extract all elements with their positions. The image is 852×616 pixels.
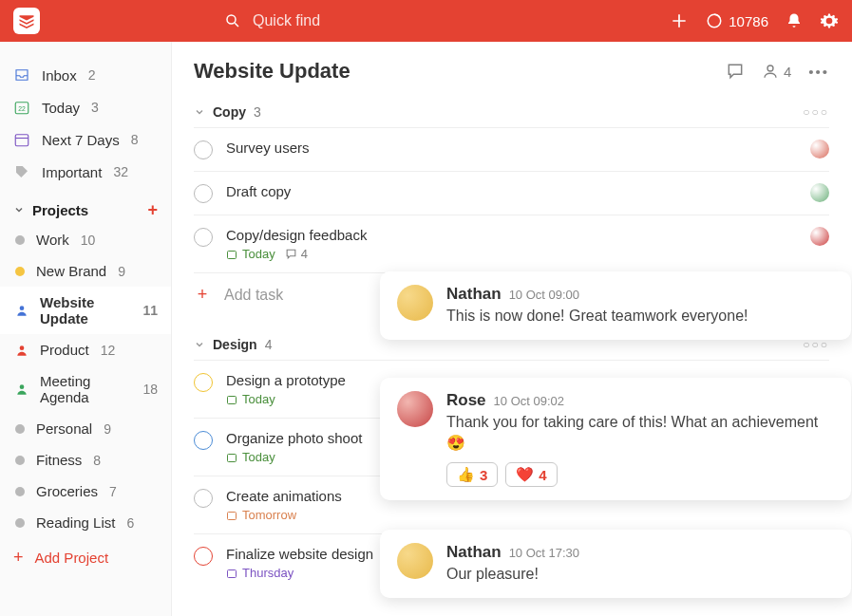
person-icon — [15, 344, 28, 357]
task-checkbox[interactable] — [194, 228, 213, 247]
people-count: 4 — [784, 64, 791, 80]
chevron-down-icon — [194, 339, 205, 350]
comment-text: This is now done! Great teamwork everyon… — [446, 306, 834, 327]
svg-rect-5 — [15, 135, 28, 146]
chevron-down-icon — [13, 204, 25, 215]
comment-card: Nathan 10 Oct 17:30 Our pleasure! — [380, 530, 851, 598]
section-header[interactable]: Copy 3 ○○○ — [194, 104, 829, 120]
project-count: 18 — [142, 382, 158, 397]
comments-button[interactable] — [726, 62, 745, 81]
page-title: Website Update — [194, 59, 350, 84]
assignee-avatar[interactable] — [810, 140, 829, 159]
search-input[interactable] — [251, 11, 426, 30]
gear-icon — [820, 11, 839, 30]
project-label: Meeting Agenda — [40, 373, 131, 405]
project-count: 9 — [118, 264, 125, 279]
section-title: Copy — [213, 104, 246, 120]
person-icon — [15, 383, 28, 396]
sidebar: Inbox 2 22 Today 3 Next 7 Days 8 Importa… — [0, 42, 172, 616]
project-dot-icon — [15, 235, 25, 245]
comment-card: Rose 10 Oct 09:02 Thank you for taking c… — [380, 378, 851, 500]
projects-section-header[interactable]: Projects + — [0, 188, 171, 224]
search-icon — [224, 12, 241, 29]
nav-today[interactable]: 22 Today 3 — [0, 91, 171, 123]
task-checkbox[interactable] — [194, 489, 213, 508]
task-row[interactable]: Survey users — [194, 127, 829, 171]
project-personal[interactable]: Personal9 — [0, 413, 171, 444]
nav-next7[interactable]: Next 7 Days 8 — [0, 123, 171, 156]
nav-important[interactable]: Important 32 — [0, 156, 171, 188]
svg-point-8 — [20, 345, 25, 350]
svg-rect-15 — [228, 569, 237, 577]
share-button[interactable]: 4 — [762, 63, 791, 80]
nav-count: 3 — [91, 100, 99, 115]
svg-point-9 — [20, 384, 25, 389]
task-checkbox[interactable] — [194, 140, 213, 159]
project-groceries[interactable]: Groceries7 — [0, 476, 171, 507]
section-count: 3 — [254, 104, 261, 120]
notifications-button[interactable] — [786, 12, 803, 29]
karma-count: 10786 — [729, 13, 768, 29]
project-work[interactable]: Work10 — [0, 224, 171, 255]
project-label: Groceries — [36, 483, 98, 499]
top-bar-actions: 10786 — [670, 11, 839, 30]
app-logo[interactable] — [13, 8, 40, 34]
task-checkbox[interactable] — [194, 373, 213, 392]
calendar-icon — [13, 131, 30, 148]
more-button[interactable]: ••• — [808, 64, 829, 80]
due-date: Today — [226, 247, 275, 261]
projects-label: Projects — [32, 202, 88, 218]
project-product[interactable]: Product12 — [0, 334, 171, 365]
assignee-avatar[interactable] — [810, 227, 829, 246]
inbox-icon — [13, 66, 30, 84]
search-bar[interactable] — [224, 11, 426, 30]
section-more-button[interactable]: ○○○ — [803, 105, 829, 119]
due-date: Thursday — [226, 566, 293, 580]
nav-inbox[interactable]: Inbox 2 — [0, 59, 171, 91]
project-count: 9 — [104, 421, 111, 437]
due-date: Tomorrow — [226, 508, 296, 522]
add-project-button[interactable]: + Add Project — [0, 538, 171, 577]
today-icon: 22 — [13, 99, 30, 116]
task-checkbox[interactable] — [194, 547, 213, 566]
svg-rect-11 — [228, 251, 237, 258]
comment-card: Nathan 10 Oct 09:00 This is now done! Gr… — [380, 271, 851, 340]
add-task-button[interactable] — [670, 11, 689, 30]
karma-icon — [706, 12, 723, 29]
reaction-heart[interactable]: ❤️4 — [505, 462, 557, 487]
avatar — [397, 285, 433, 321]
project-website-update[interactable]: Website Update11 — [0, 287, 171, 334]
project-meeting-agenda[interactable]: Meeting Agenda18 — [0, 365, 171, 413]
plus-icon — [670, 11, 689, 30]
assignee-avatar[interactable] — [810, 183, 829, 202]
project-count: 11 — [142, 303, 158, 318]
comment-text: Our pleasure! — [446, 564, 834, 585]
karma-indicator[interactable]: 10786 — [706, 12, 768, 29]
calendar-icon — [226, 394, 237, 405]
section-more-button[interactable]: ○○○ — [803, 338, 829, 351]
comment-time: 10 Oct 17:30 — [509, 546, 579, 560]
project-reading-list[interactable]: Reading List6 — [0, 507, 171, 538]
section-title: Design — [213, 337, 257, 352]
task-row[interactable]: Draft copy — [194, 171, 829, 215]
project-label: New Brand — [36, 263, 106, 279]
task-row[interactable]: Copy/design feedbackToday4 — [194, 215, 829, 272]
person-icon — [15, 304, 28, 317]
task-checkbox[interactable] — [194, 431, 213, 450]
task-checkbox[interactable] — [194, 184, 213, 203]
reactions: 👍3 ❤️4 — [446, 462, 834, 487]
settings-button[interactable] — [820, 11, 839, 30]
task-comments[interactable]: 4 — [285, 247, 308, 261]
task-title: Copy/design feedback — [226, 227, 797, 243]
plus-icon: + — [194, 285, 211, 305]
reaction-thumbs-up[interactable]: 👍3 — [446, 462, 498, 487]
project-fitness[interactable]: Fitness8 — [0, 444, 171, 476]
due-date: Today — [226, 392, 275, 406]
todoist-logo-icon — [17, 11, 36, 30]
add-project-icon[interactable]: + — [147, 201, 158, 218]
nav-count: 8 — [131, 132, 139, 147]
project-count: 6 — [126, 515, 134, 531]
svg-point-10 — [767, 65, 773, 71]
project-new-brand[interactable]: New Brand9 — [0, 255, 171, 287]
project-dot-icon — [15, 487, 25, 496]
